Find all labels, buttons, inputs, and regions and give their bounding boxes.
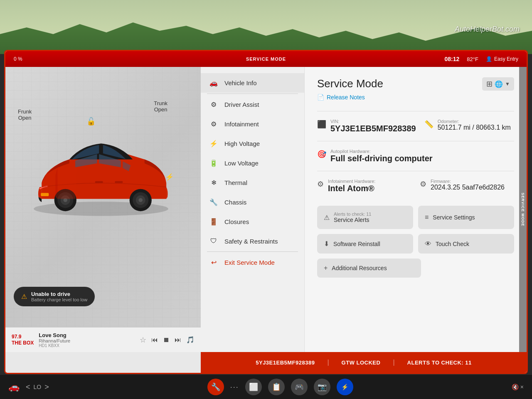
nav-divider-1 bbox=[207, 94, 298, 94]
vin-label: VIN: bbox=[330, 119, 416, 124]
service-mode-vertical-label: SERVICE MODE bbox=[519, 67, 527, 352]
nav-item-exit[interactable]: ↩ Exit Service Mode bbox=[201, 253, 304, 272]
settings-lines-icon: ≡ bbox=[425, 214, 429, 221]
chip-icon: ⚙ bbox=[317, 180, 324, 189]
apps-icon: 📋 bbox=[272, 382, 281, 392]
thermal-label: Thermal bbox=[224, 179, 247, 186]
audio-settings-button[interactable]: 🎵 bbox=[186, 336, 195, 344]
person-icon: 👤 bbox=[486, 56, 492, 62]
bluetooth-icon: ⚡ bbox=[341, 384, 348, 390]
document-icon: 📄 bbox=[317, 94, 324, 101]
bottom-sep-2: | bbox=[393, 359, 394, 366]
prev-track-button[interactable]: ⏮ bbox=[151, 336, 158, 344]
nav-divider-2 bbox=[207, 251, 298, 252]
nav-item-high-voltage[interactable]: ⚡ High Voltage bbox=[201, 134, 304, 153]
vehicle-info-icon: 🚗 bbox=[209, 79, 218, 87]
service-mode-status-label: SERVICE MODE bbox=[246, 57, 286, 62]
background-window bbox=[0, 0, 532, 54]
exit-icon: ↩ bbox=[209, 259, 218, 266]
translate-button[interactable]: ⊞ 🌐 ▼ bbox=[482, 77, 514, 91]
chassis-icon: 🔧 bbox=[209, 198, 218, 206]
info-header: Service Mode ⊞ 🌐 ▼ bbox=[317, 77, 514, 91]
infotainment-label: Infotainment bbox=[224, 121, 259, 128]
closures-label: Closures bbox=[224, 218, 249, 225]
nav-item-driver-assist[interactable]: ⚙ Driver Assist bbox=[201, 95, 304, 114]
taskbar-bluetooth-button[interactable]: ⚡ bbox=[337, 379, 353, 395]
service-alerts-button[interactable]: ⚠ Alerts to check: 11 Service Alerts bbox=[317, 206, 413, 229]
taskbar-cam-button[interactable]: 📷 bbox=[314, 379, 330, 395]
favorite-button[interactable]: ☆ bbox=[140, 335, 146, 345]
alert-subtitle: Battery charge level too low bbox=[31, 297, 87, 302]
safety-label: Safety & Restraints bbox=[224, 238, 278, 245]
bottom-status-bar: 5YJ3E1EB5MF928389 | GTW LOCKED | ALERTS … bbox=[201, 352, 527, 373]
translate-text: 🌐 bbox=[495, 80, 503, 88]
exit-label: Exit Service Mode bbox=[224, 259, 275, 266]
translate-icon: ⊞ bbox=[486, 79, 493, 89]
info-panel: Service Mode ⊞ 🌐 ▼ 📄 Release Notes ⬛ VIN… bbox=[305, 67, 527, 352]
taskbar-volume-control[interactable]: 🔇 × bbox=[512, 384, 524, 390]
nav-item-chassis[interactable]: 🔧 Chassis bbox=[201, 192, 304, 212]
touch-check-button[interactable]: 👁 Touch Check bbox=[418, 234, 514, 254]
volume-icon: 🔇 bbox=[512, 384, 519, 390]
nav-forward-icon[interactable]: > bbox=[44, 383, 49, 392]
chassis-label: Chassis bbox=[224, 199, 246, 206]
svg-rect-11 bbox=[115, 181, 123, 183]
info-divider-1 bbox=[317, 111, 514, 111]
nav-home-label: LO bbox=[34, 384, 42, 390]
closures-icon: 🚪 bbox=[209, 218, 218, 226]
taskbar-dots-button[interactable]: ··· bbox=[230, 383, 239, 392]
song-artist: Rihanna/Future bbox=[39, 338, 135, 343]
next-track-button[interactable]: ⏭ bbox=[175, 336, 181, 344]
svg-rect-10 bbox=[95, 181, 103, 183]
svg-rect-9 bbox=[41, 193, 49, 196]
firmware-field: ⚙ Firmware: 2024.3.25 5aaf7e6d2826 bbox=[420, 179, 514, 193]
camera-icon: 📷 bbox=[318, 382, 327, 392]
nav-item-infotainment[interactable]: ⚙ Infotainment bbox=[201, 114, 304, 134]
taskbar-games-button[interactable]: 🎮 bbox=[291, 379, 308, 395]
software-reinstall-button[interactable]: ⬇ Software Reinstall bbox=[317, 234, 413, 254]
firmware-value: 2024.3.25 5aaf7e6d2826 bbox=[431, 184, 505, 191]
browser-icon: ⬜ bbox=[249, 382, 258, 392]
trunk-label: Trunk Open bbox=[154, 100, 167, 113]
nav-item-low-voltage[interactable]: 🔋 Low Voltage bbox=[201, 153, 304, 173]
svg-point-8 bbox=[138, 198, 143, 202]
alert-icon: ⚠ bbox=[21, 293, 27, 300]
nav-back-icon[interactable]: < bbox=[26, 383, 30, 392]
song-source: HD1 KBXX bbox=[39, 343, 135, 348]
taskbar-apps-button[interactable]: 📋 bbox=[268, 379, 285, 395]
plus-icon: + bbox=[324, 264, 328, 272]
nav-item-thermal[interactable]: ❄ Thermal bbox=[201, 173, 304, 192]
car-image bbox=[14, 121, 188, 237]
high-voltage-icon: ⚡ bbox=[209, 140, 218, 148]
frunk-label: Frunk Open bbox=[18, 108, 32, 121]
bottom-gtw: GTW LOCKED bbox=[342, 360, 381, 366]
nav-item-closures[interactable]: 🚪 Closures bbox=[201, 212, 304, 232]
odometer-field: 📏 Odometer: 50121.7 mi / 80663.1 km bbox=[424, 119, 514, 133]
service-alerts-text: Alerts to check: 11 Service Alerts bbox=[334, 212, 372, 223]
driver-assist-icon: ⚙ bbox=[209, 101, 218, 108]
status-entry-mode: 👤 Easy Entry bbox=[486, 56, 518, 62]
watermark-text: AutoHelperBot.com bbox=[455, 25, 520, 34]
taskbar-tools-button[interactable]: 🔧 bbox=[207, 379, 224, 395]
nav-item-safety[interactable]: 🛡 Safety & Restraints bbox=[201, 232, 304, 251]
taskbar-browser-button[interactable]: ⬜ bbox=[245, 379, 262, 395]
service-settings-button[interactable]: ≡ Service Settings bbox=[418, 206, 514, 229]
stop-button[interactable]: ⏹ bbox=[163, 336, 170, 344]
radio-station: 97.9 THE BOX bbox=[12, 334, 34, 346]
release-notes-link[interactable]: 📄 Release Notes bbox=[317, 94, 514, 101]
taskbar-car-icon[interactable]: 🚗 bbox=[8, 382, 20, 392]
left-panel: Frunk Open Trunk Open 🔓 ⚡ bbox=[5, 67, 201, 352]
touch-icon: 👁 bbox=[425, 240, 431, 248]
high-voltage-label: High Voltage bbox=[224, 140, 260, 147]
alerts-icon: ⚠ bbox=[324, 214, 330, 222]
chevron-down-icon: ▼ bbox=[505, 81, 510, 87]
nav-item-vehicle-info[interactable]: 🚗 Vehicle Info bbox=[201, 73, 304, 93]
status-time: 08:12 bbox=[445, 56, 460, 62]
thermal-icon: ❄ bbox=[209, 179, 218, 187]
hw-firmware-row: ⚙ Infotainment Hardware: Intel Atom® ⚙ F… bbox=[317, 179, 514, 193]
download-icon: ⬇ bbox=[324, 240, 329, 248]
action-buttons: ⚠ Alerts to check: 11 Service Alerts ≡ S… bbox=[317, 206, 514, 278]
infotainment-hw-value: Intel Atom® bbox=[328, 184, 375, 193]
info-divider-2 bbox=[317, 141, 514, 141]
additional-resources-button[interactable]: + Additional Resources bbox=[317, 259, 421, 278]
